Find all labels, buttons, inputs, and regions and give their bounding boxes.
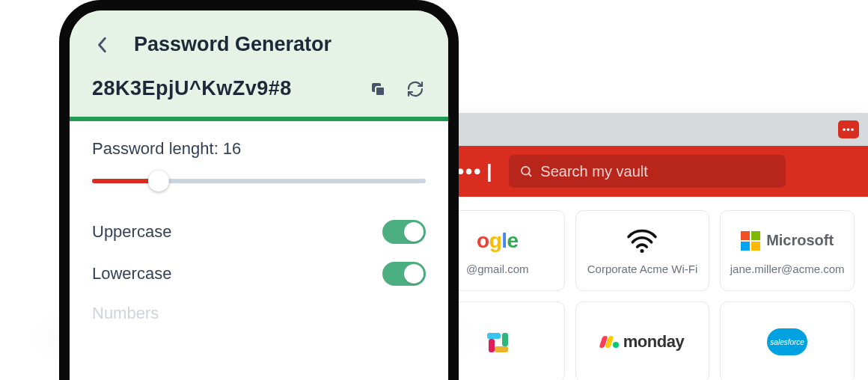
monday-logo: monday	[601, 328, 684, 356]
tile-subtitle: jane.miller@acme.com	[730, 263, 845, 275]
brand-dots: •••	[457, 160, 482, 183]
length-slider[interactable]	[92, 171, 426, 191]
vault-tile-microsoft[interactable]: Microsoft jane.miller@acme.com	[720, 210, 855, 291]
microsoft-logo: Microsoft	[741, 227, 834, 255]
google-logo: ogle	[477, 227, 519, 255]
ellipsis-icon: •••	[843, 125, 855, 135]
slider-thumb[interactable]	[148, 171, 169, 191]
tile-subtitle: @gmail.com	[466, 263, 529, 275]
monday-wordmark: monday	[623, 332, 684, 352]
toggle-uppercase[interactable]	[382, 220, 426, 244]
search-input[interactable]	[540, 163, 775, 180]
length-label: Password lenght: 16	[92, 139, 426, 159]
back-button[interactable]	[92, 34, 113, 55]
option-label: Uppercase	[92, 222, 171, 242]
tile-subtitle: Corporate Acme Wi-Fi	[587, 263, 698, 275]
brand-cursor: |	[486, 160, 492, 183]
vault-tile-salesforce[interactable]: salesforce	[720, 301, 855, 380]
copy-button[interactable]	[367, 79, 388, 99]
salesforce-wordmark: salesforce	[770, 338, 804, 346]
generator-header: Password Generator 28K3EpjU^KwZv9#8	[70, 10, 448, 117]
page-title: Password Generator	[134, 33, 331, 56]
vault-tile-wifi[interactable]: Corporate Acme Wi-Fi	[575, 210, 710, 291]
option-lowercase: Lowercase	[92, 253, 426, 295]
wifi-icon	[626, 227, 658, 255]
svg-point-2	[641, 248, 644, 252]
microsoft-wordmark: Microsoft	[766, 232, 834, 249]
option-numbers: Numbers	[92, 295, 426, 332]
phone-screen: Password Generator 28K3EpjU^KwZv9#8 Pass…	[70, 10, 448, 380]
svg-rect-4	[376, 87, 385, 96]
refresh-icon	[406, 80, 424, 98]
generated-password: 28K3EpjU^KwZv9#8	[92, 77, 292, 100]
chevron-left-icon	[97, 37, 109, 53]
option-label: Numbers	[92, 304, 159, 323]
vault-header: ss ••• |	[417, 146, 868, 197]
salesforce-logo: salesforce	[767, 328, 807, 356]
option-uppercase: Uppercase	[92, 211, 426, 253]
browser-tabbar: •••	[417, 113, 868, 146]
vault-search[interactable]	[509, 155, 786, 188]
phone-frame: Password Generator 28K3EpjU^KwZv9#8 Pass…	[59, 0, 459, 380]
copy-icon	[369, 80, 387, 98]
search-icon	[519, 164, 533, 179]
svg-point-0	[522, 167, 530, 175]
slack-logo	[486, 328, 510, 356]
lastpass-extension-badge[interactable]: •••	[838, 120, 859, 138]
regenerate-button[interactable]	[405, 79, 426, 99]
toggle-lowercase[interactable]	[382, 262, 426, 286]
vault-tile-monday[interactable]: monday	[575, 301, 710, 380]
svg-line-1	[529, 174, 531, 176]
option-label: Lowercase	[92, 264, 171, 284]
